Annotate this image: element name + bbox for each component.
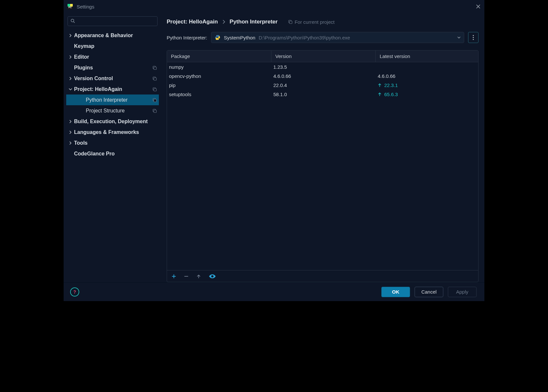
sidebar-item-label: Python Interpreter [86,97,128,103]
svg-text:PC: PC [68,6,72,8]
cell-version: 1.23.5 [271,64,376,70]
sidebar-item-tools[interactable]: Tools [66,138,159,148]
svg-point-21 [473,35,474,36]
cell-latest-value: 4.6.0.66 [378,73,395,79]
breadcrumb: Project: HelloAgain Python Interpreter F… [167,16,479,27]
cell-latest-value: 65.6.3 [384,92,398,97]
close-button[interactable] [475,4,481,9]
main-panel: Project: HelloAgain Python Interpreter F… [161,13,484,282]
svg-point-20 [218,39,219,39]
svg-rect-18 [290,21,292,24]
copy-icon [288,20,293,24]
apply-button: Apply [448,287,477,297]
sidebar-item-editor[interactable]: Editor [66,51,159,62]
cell-version: 58.1.0 [271,92,376,97]
chevron-right-icon [68,77,73,80]
sidebar-item-label: Version Control [74,76,113,81]
settings-window: PC Settings - Appearance & BehaviorKeyma… [64,0,484,301]
cell-latest: 22.3.1 [376,82,478,88]
chevron-right-icon [68,55,73,59]
show-early-releases-button[interactable] [209,274,216,279]
cell-latest: 65.6.3 [376,92,478,97]
ok-button[interactable]: OK [381,287,410,297]
column-package[interactable]: Package [167,51,271,62]
sidebar-item-project-structure[interactable]: Project Structure [66,105,159,116]
table-row[interactable]: pip22.0.422.3.1 [167,80,478,90]
sidebar-item-appearance-behavior[interactable]: Appearance & Behavior [66,30,159,41]
column-version[interactable]: Version [271,51,376,62]
copy-icon [152,65,157,70]
chevron-right-icon [222,20,225,24]
table-header: Package Version Latest version [167,51,478,62]
sidebar: - Appearance & BehaviorKeymapEditorPlugi… [64,13,161,282]
help-button[interactable]: ? [70,287,79,297]
breadcrumb-scope-label: For current project [295,19,335,25]
upgrade-arrow-icon [378,92,382,96]
svg-rect-14 [154,99,157,102]
python-icon [215,35,221,40]
svg-point-23 [473,39,474,40]
upgrade-package-button[interactable] [196,274,201,279]
chevron-down-icon [457,36,461,38]
sidebar-item-codeglance-pro[interactable]: CodeGlance Pro [66,148,159,159]
footer-buttons: OK Cancel Apply [381,287,477,297]
sidebar-item-label: Tools [74,140,87,146]
chevron-right-icon [68,34,73,37]
titlebar: PC Settings [64,0,484,13]
sidebar-item-keymap[interactable]: Keymap [66,41,159,51]
svg-point-22 [473,37,474,38]
sidebar-item-version-control[interactable]: Version Control [66,73,159,84]
interpreter-label: Python Interpreter: [167,35,207,40]
svg-text:-: - [74,18,75,21]
window-title: Settings [77,4,94,9]
upgrade-arrow-icon [378,83,382,87]
settings-search-input[interactable] [68,16,158,26]
svg-rect-8 [154,67,157,69]
svg-point-24 [211,275,214,277]
table-row[interactable]: numpy1.23.5 [167,62,478,71]
cell-package: pip [167,82,271,88]
sidebar-item-project-helloagain[interactable]: Project: HelloAgain [66,84,159,94]
sidebar-item-label: Editor [74,54,89,60]
sidebar-item-plugins[interactable]: Plugins [66,62,159,73]
content: - Appearance & BehaviorKeymapEditorPlugi… [64,13,484,282]
cell-package: numpy [167,64,271,70]
cell-latest: 4.6.0.66 [376,73,478,79]
chevron-right-icon [68,130,73,134]
interpreter-name: SystemPython [224,35,255,40]
help-icon: ? [73,289,76,295]
sidebar-item-label: CodeGlance Pro [74,151,114,157]
search-icon: - [70,18,75,23]
cell-version: 22.0.4 [271,82,376,88]
cancel-button[interactable]: Cancel [415,287,443,297]
cell-version: 4.6.0.66 [271,73,376,79]
sidebar-item-label: Appearance & Behavior [74,33,133,38]
svg-rect-10 [154,78,157,80]
copy-icon [152,109,157,113]
table-body: numpy1.23.5opencv-python4.6.0.664.6.0.66… [167,62,478,270]
remove-package-button[interactable] [184,274,189,279]
search-wrap: - [68,16,158,26]
copy-icon [152,76,157,81]
table-row[interactable]: setuptools58.1.065.6.3 [167,90,478,99]
table-row[interactable]: opencv-python4.6.0.664.6.0.66 [167,71,478,80]
packages-toolbar [167,270,478,282]
cell-latest-value: 22.3.1 [384,82,398,88]
copy-icon [152,87,157,92]
add-package-button[interactable] [172,274,176,279]
sidebar-item-languages-frameworks[interactable]: Languages & Frameworks [66,127,159,138]
breadcrumb-page: Python Interpreter [230,19,278,25]
chevron-down-icon [68,87,73,91]
sidebar-item-python-interpreter[interactable]: Python Interpreter [66,94,159,105]
sidebar-item-label: Plugins [74,65,93,71]
breadcrumb-scope: For current project [288,19,335,25]
sidebar-item-build-execution-deployment[interactable]: Build, Execution, Deployment [66,116,159,127]
sidebar-item-label: Keymap [74,43,94,49]
interpreter-dropdown[interactable]: SystemPython D:\Programs\Python\Python39… [211,32,464,43]
svg-rect-16 [154,110,157,112]
sidebar-item-label: Languages & Frameworks [74,129,139,135]
interpreter-settings-button[interactable] [468,32,479,43]
column-latest[interactable]: Latest version [376,51,478,62]
packages-table: Package Version Latest version numpy1.23… [167,50,479,282]
chevron-right-icon [68,120,73,123]
